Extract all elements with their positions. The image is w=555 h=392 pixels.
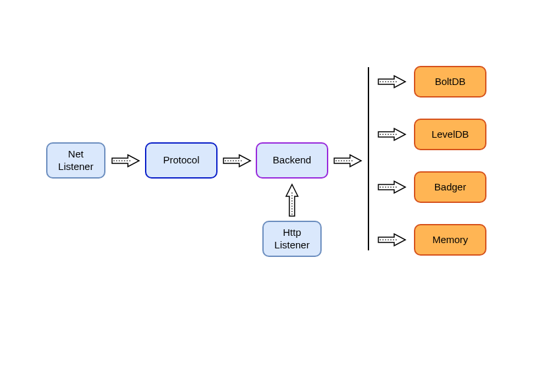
- node-http-listener-label: Http Listener: [274, 227, 309, 252]
- arrow-to-memory: [377, 233, 407, 247]
- node-boltdb: BoltDB: [414, 66, 486, 98]
- arrow-net-to-protocol: [111, 154, 140, 168]
- arrow-protocol-to-backend: [222, 154, 252, 168]
- node-memory-label: Memory: [432, 234, 468, 246]
- node-leveldb-label: LevelDB: [432, 128, 469, 141]
- node-protocol: Protocol: [145, 142, 218, 179]
- node-backend: Backend: [256, 142, 328, 179]
- arrow-to-badger: [377, 180, 407, 194]
- node-badger: Badger: [414, 171, 486, 203]
- node-backend-label: Backend: [273, 154, 311, 167]
- storage-divider: [368, 67, 369, 250]
- node-memory: Memory: [414, 224, 486, 256]
- node-http-listener: Http Listener: [262, 221, 322, 257]
- node-leveldb: LevelDB: [414, 119, 486, 150]
- node-protocol-label: Protocol: [163, 154, 199, 167]
- node-net-listener-label: Net Listener: [58, 148, 93, 173]
- arrow-backend-to-storage: [333, 154, 363, 168]
- arrow-to-leveldb: [377, 127, 407, 142]
- arrow-http-to-backend: [285, 183, 299, 217]
- node-net-listener: Net Listener: [46, 142, 105, 179]
- node-boltdb-label: BoltDB: [435, 76, 466, 88]
- arrow-to-boltdb: [377, 74, 407, 89]
- node-badger-label: Badger: [434, 181, 466, 194]
